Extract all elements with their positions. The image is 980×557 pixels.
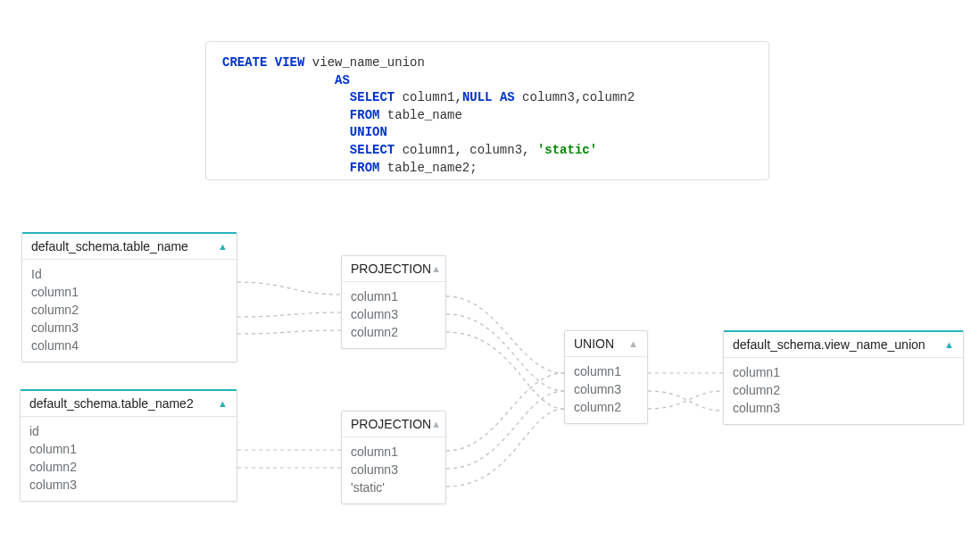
chevron-up-icon: ▲ bbox=[944, 339, 954, 350]
kw-from2: FROM bbox=[350, 161, 380, 175]
table-row: column3 bbox=[733, 399, 954, 417]
node-table1-body: Id column1 column2 column3 column4 bbox=[22, 260, 237, 362]
node-projection1-title: PROJECTION bbox=[351, 262, 431, 276]
txt-from1: table_name bbox=[379, 108, 461, 122]
table-row: Id bbox=[31, 265, 228, 283]
txt-from2: table_name2; bbox=[379, 161, 477, 175]
node-union-body: column1 column3 column2 bbox=[565, 357, 647, 423]
node-view-title: default_schema.view_name_union bbox=[733, 337, 926, 352]
chevron-up-icon: ▲ bbox=[431, 263, 441, 274]
str-static: 'static' bbox=[537, 143, 597, 157]
sql-code-block: CREATE VIEW view_name_union AS SELECT co… bbox=[205, 41, 769, 180]
node-table2-header[interactable]: default_schema.table_name2 ▲ bbox=[21, 391, 237, 417]
table-row: column2 bbox=[29, 458, 228, 476]
node-table2-body: id column1 column2 column3 bbox=[21, 417, 237, 501]
node-union-header[interactable]: UNION ▲ bbox=[565, 331, 647, 357]
table-row: column2 bbox=[31, 301, 228, 319]
node-projection2[interactable]: PROJECTION ▲ column1 column3 'static' bbox=[341, 411, 446, 504]
node-table2-title: default_schema.table_name2 bbox=[29, 396, 194, 411]
node-view[interactable]: default_schema.view_name_union ▲ column1… bbox=[723, 330, 964, 425]
chevron-up-icon: ▲ bbox=[431, 419, 441, 429]
kw-select2: SELECT bbox=[350, 143, 394, 157]
node-projection2-header[interactable]: PROJECTION ▲ bbox=[342, 412, 445, 437]
node-union[interactable]: UNION ▲ column1 column3 column2 bbox=[564, 330, 648, 424]
kw-create-view: CREATE VIEW bbox=[222, 55, 304, 70]
txt-cols2a: column1, column3, bbox=[394, 143, 537, 157]
node-projection1-header[interactable]: PROJECTION ▲ bbox=[342, 256, 445, 282]
chevron-up-icon: ▲ bbox=[218, 241, 228, 252]
table-row: id bbox=[29, 422, 228, 440]
kw-null-as: NULL AS bbox=[462, 90, 515, 104]
node-view-body: column1 column2 column3 bbox=[724, 358, 963, 424]
txt-view-name: view_name_union bbox=[304, 55, 424, 70]
table-row: column1 bbox=[351, 443, 436, 461]
chevron-up-icon: ▲ bbox=[628, 338, 638, 349]
table-row: column2 bbox=[351, 323, 436, 341]
table-row: column1 bbox=[574, 362, 638, 380]
node-projection2-title: PROJECTION bbox=[351, 417, 431, 431]
chevron-up-icon: ▲ bbox=[218, 398, 228, 409]
table-row: 'static' bbox=[351, 478, 436, 496]
kw-from1: FROM bbox=[350, 108, 380, 122]
table-row: column3 bbox=[31, 319, 228, 337]
table-row: column1 bbox=[31, 283, 228, 301]
table-row: column3 bbox=[351, 305, 436, 323]
kw-select1: SELECT bbox=[350, 90, 394, 104]
table-row: column4 bbox=[31, 337, 228, 354]
node-table1-title: default_schema.table_name bbox=[31, 239, 188, 254]
node-projection1[interactable]: PROJECTION ▲ column1 column3 column2 bbox=[341, 255, 446, 349]
node-view-header[interactable]: default_schema.view_name_union ▲ bbox=[724, 332, 963, 358]
table-row: column1 bbox=[351, 287, 436, 305]
table-row: column2 bbox=[733, 381, 954, 399]
node-union-title: UNION bbox=[574, 337, 614, 351]
node-table1-header[interactable]: default_schema.table_name ▲ bbox=[22, 234, 237, 260]
table-row: column1 bbox=[29, 440, 228, 458]
txt-cols1a: column1, bbox=[394, 90, 462, 104]
diagram-canvas: CREATE VIEW view_name_union AS SELECT co… bbox=[0, 0, 980, 557]
node-projection2-body: column1 column3 'static' bbox=[342, 437, 445, 503]
node-projection1-body: column1 column3 column2 bbox=[342, 282, 445, 348]
table-row: column1 bbox=[733, 363, 954, 381]
table-row: column2 bbox=[574, 398, 638, 416]
table-row: column3 bbox=[351, 461, 436, 478]
node-table1[interactable]: default_schema.table_name ▲ Id column1 c… bbox=[21, 232, 237, 362]
txt-cols1b: column3,column2 bbox=[515, 90, 635, 104]
kw-union: UNION bbox=[350, 125, 387, 139]
kw-as: AS bbox=[335, 73, 350, 87]
node-table2[interactable]: default_schema.table_name2 ▲ id column1 … bbox=[20, 389, 237, 502]
table-row: column3 bbox=[574, 380, 638, 398]
table-row: column3 bbox=[29, 476, 228, 494]
